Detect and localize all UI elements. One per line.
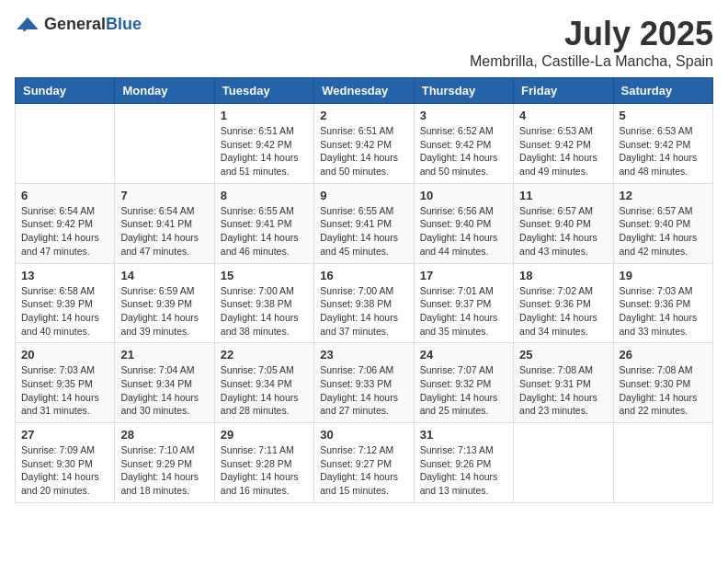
header-day-monday: Monday — [115, 78, 214, 104]
calendar-week-5: 27Sunrise: 7:09 AMSunset: 9:30 PMDayligh… — [16, 423, 713, 503]
day-number: 25 — [519, 348, 607, 362]
day-info: Sunrise: 7:02 AMSunset: 9:36 PMDaylight:… — [519, 284, 607, 339]
day-info: Sunrise: 6:55 AMSunset: 9:41 PMDaylight:… — [320, 204, 407, 259]
day-info: Sunrise: 7:00 AMSunset: 9:38 PMDaylight:… — [320, 284, 407, 339]
day-number: 4 — [519, 109, 607, 122]
day-number: 11 — [519, 189, 607, 202]
header-row: SundayMondayTuesdayWednesdayThursdayFrid… — [16, 78, 713, 104]
calendar-cell: 8Sunrise: 6:55 AMSunset: 9:41 PMDaylight… — [214, 183, 313, 263]
calendar-cell: 25Sunrise: 7:08 AMSunset: 9:31 PMDayligh… — [514, 343, 613, 423]
day-number: 9 — [320, 189, 407, 202]
day-info: Sunrise: 6:54 AMSunset: 9:41 PMDaylight:… — [120, 204, 208, 259]
day-info: Sunrise: 6:55 AMSunset: 9:41 PMDaylight:… — [221, 204, 308, 259]
calendar-cell: 23Sunrise: 7:06 AMSunset: 9:33 PMDayligh… — [314, 343, 414, 423]
day-number: 8 — [221, 189, 308, 202]
calendar-cell — [514, 423, 613, 503]
calendar-cell: 10Sunrise: 6:56 AMSunset: 9:40 PMDayligh… — [414, 183, 513, 263]
day-info: Sunrise: 7:08 AMSunset: 9:30 PMDaylight:… — [620, 363, 707, 418]
calendar-cell: 9Sunrise: 6:55 AMSunset: 9:41 PMDaylight… — [314, 183, 414, 263]
main-title: July 2025 — [470, 15, 713, 53]
day-info: Sunrise: 7:04 AMSunset: 9:34 PMDaylight:… — [120, 363, 208, 418]
day-number: 24 — [420, 348, 507, 362]
day-number: 19 — [620, 269, 707, 282]
logo-icon — [15, 16, 40, 34]
day-number: 13 — [21, 269, 108, 282]
calendar-cell: 6Sunrise: 6:54 AMSunset: 9:42 PMDaylight… — [16, 183, 115, 263]
calendar-cell: 12Sunrise: 6:57 AMSunset: 9:40 PMDayligh… — [613, 183, 712, 263]
calendar-header: SundayMondayTuesdayWednesdayThursdayFrid… — [16, 78, 713, 104]
calendar-cell: 17Sunrise: 7:01 AMSunset: 9:37 PMDayligh… — [414, 263, 513, 343]
calendar-cell: 5Sunrise: 6:53 AMSunset: 9:42 PMDaylight… — [613, 104, 712, 184]
header-day-tuesday: Tuesday — [214, 78, 313, 104]
logo: GeneralBlue — [15, 15, 142, 34]
calendar-cell: 14Sunrise: 6:59 AMSunset: 9:39 PMDayligh… — [115, 263, 214, 343]
svg-rect-1 — [23, 26, 26, 30]
calendar-week-2: 6Sunrise: 6:54 AMSunset: 9:42 PMDaylight… — [16, 183, 713, 263]
day-number: 23 — [320, 348, 407, 362]
header-day-wednesday: Wednesday — [314, 78, 414, 104]
header-day-saturday: Saturday — [613, 78, 712, 104]
day-info: Sunrise: 6:53 AMSunset: 9:42 PMDaylight:… — [519, 124, 607, 178]
calendar-cell: 11Sunrise: 6:57 AMSunset: 9:40 PMDayligh… — [514, 183, 613, 263]
calendar-cell: 27Sunrise: 7:09 AMSunset: 9:30 PMDayligh… — [16, 423, 115, 503]
day-info: Sunrise: 6:58 AMSunset: 9:39 PMDaylight:… — [21, 284, 108, 339]
calendar-cell: 28Sunrise: 7:10 AMSunset: 9:29 PMDayligh… — [115, 423, 214, 503]
day-info: Sunrise: 7:13 AMSunset: 9:26 PMDaylight:… — [420, 443, 507, 498]
day-number: 2 — [320, 109, 407, 122]
svg-marker-0 — [17, 17, 38, 29]
calendar-table: SundayMondayTuesdayWednesdayThursdayFrid… — [15, 77, 713, 503]
calendar-cell: 15Sunrise: 7:00 AMSunset: 9:38 PMDayligh… — [214, 263, 313, 343]
calendar-cell: 13Sunrise: 6:58 AMSunset: 9:39 PMDayligh… — [16, 263, 115, 343]
calendar-cell: 30Sunrise: 7:12 AMSunset: 9:27 PMDayligh… — [314, 423, 414, 503]
header-day-sunday: Sunday — [16, 78, 115, 104]
day-info: Sunrise: 7:12 AMSunset: 9:27 PMDaylight:… — [320, 443, 407, 498]
day-info: Sunrise: 6:53 AMSunset: 9:42 PMDaylight:… — [620, 124, 707, 178]
day-info: Sunrise: 7:11 AMSunset: 9:28 PMDaylight:… — [221, 443, 308, 498]
page-header: GeneralBlue July 2025 Membrilla, Castill… — [15, 15, 713, 70]
calendar-cell — [613, 423, 712, 503]
day-info: Sunrise: 6:56 AMSunset: 9:40 PMDaylight:… — [420, 204, 507, 259]
calendar-cell — [16, 104, 115, 184]
day-info: Sunrise: 7:10 AMSunset: 9:29 PMDaylight:… — [120, 443, 208, 498]
day-info: Sunrise: 6:54 AMSunset: 9:42 PMDaylight:… — [21, 204, 108, 259]
day-number: 26 — [620, 348, 707, 362]
title-block: July 2025 Membrilla, Castille-La Mancha,… — [470, 15, 713, 70]
calendar-cell: 1Sunrise: 6:51 AMSunset: 9:42 PMDaylight… — [214, 104, 313, 184]
day-number: 31 — [420, 428, 507, 442]
day-info: Sunrise: 7:06 AMSunset: 9:33 PMDaylight:… — [320, 363, 407, 418]
day-number: 6 — [21, 189, 108, 202]
day-number: 16 — [320, 269, 407, 282]
day-number: 14 — [120, 269, 208, 282]
day-number: 21 — [120, 348, 208, 362]
day-number: 18 — [519, 269, 607, 282]
day-info: Sunrise: 6:57 AMSunset: 9:40 PMDaylight:… — [620, 204, 707, 259]
day-number: 28 — [120, 428, 208, 442]
day-info: Sunrise: 7:08 AMSunset: 9:31 PMDaylight:… — [519, 363, 607, 418]
day-info: Sunrise: 6:51 AMSunset: 9:42 PMDaylight:… — [320, 124, 407, 178]
subtitle: Membrilla, Castille-La Mancha, Spain — [470, 53, 713, 70]
header-day-friday: Friday — [514, 78, 613, 104]
day-number: 3 — [420, 109, 507, 122]
calendar-cell: 20Sunrise: 7:03 AMSunset: 9:35 PMDayligh… — [16, 343, 115, 423]
day-info: Sunrise: 7:00 AMSunset: 9:38 PMDaylight:… — [221, 284, 308, 339]
calendar-cell: 18Sunrise: 7:02 AMSunset: 9:36 PMDayligh… — [514, 263, 613, 343]
calendar-cell: 31Sunrise: 7:13 AMSunset: 9:26 PMDayligh… — [414, 423, 513, 503]
calendar-cell: 19Sunrise: 7:03 AMSunset: 9:36 PMDayligh… — [613, 263, 712, 343]
day-number: 30 — [320, 428, 407, 442]
day-number: 7 — [120, 189, 208, 202]
calendar-cell: 3Sunrise: 6:52 AMSunset: 9:42 PMDaylight… — [414, 104, 513, 184]
day-info: Sunrise: 7:03 AMSunset: 9:36 PMDaylight:… — [620, 284, 707, 339]
calendar-cell: 7Sunrise: 6:54 AMSunset: 9:41 PMDaylight… — [115, 183, 214, 263]
calendar-cell: 21Sunrise: 7:04 AMSunset: 9:34 PMDayligh… — [115, 343, 214, 423]
day-info: Sunrise: 6:57 AMSunset: 9:40 PMDaylight:… — [519, 204, 607, 259]
day-number: 1 — [221, 109, 308, 122]
calendar-cell — [115, 104, 214, 184]
day-info: Sunrise: 6:52 AMSunset: 9:42 PMDaylight:… — [420, 124, 507, 178]
day-info: Sunrise: 6:51 AMSunset: 9:42 PMDaylight:… — [221, 124, 308, 178]
day-number: 27 — [21, 428, 108, 442]
calendar-cell: 4Sunrise: 6:53 AMSunset: 9:42 PMDaylight… — [514, 104, 613, 184]
calendar-week-3: 13Sunrise: 6:58 AMSunset: 9:39 PMDayligh… — [16, 263, 713, 343]
day-number: 15 — [221, 269, 308, 282]
day-info: Sunrise: 7:07 AMSunset: 9:32 PMDaylight:… — [420, 363, 507, 418]
calendar-cell: 16Sunrise: 7:00 AMSunset: 9:38 PMDayligh… — [314, 263, 414, 343]
